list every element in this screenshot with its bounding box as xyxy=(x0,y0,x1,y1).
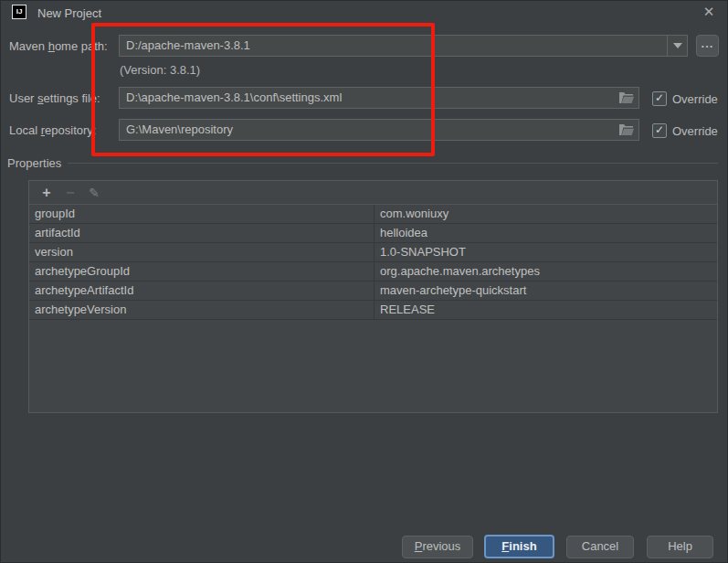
table-row[interactable]: version 1.0-SNAPSHOT xyxy=(29,243,717,262)
remove-property-icon[interactable]: − xyxy=(58,185,82,201)
property-key: groupId xyxy=(29,205,374,223)
user-settings-file-input[interactable]: D:\apache-maven-3.8.1\conf\settings.xml xyxy=(119,87,639,109)
property-value: RELEASE xyxy=(374,301,717,319)
label-text: Local xyxy=(9,123,41,137)
properties-table: + − ✎ groupId com.woniuxy artifactId hel… xyxy=(28,180,718,413)
property-value: 1.0-SNAPSHOT xyxy=(374,243,717,261)
property-key: artifactId xyxy=(29,224,374,242)
combo-dropdown-button[interactable] xyxy=(667,36,687,56)
property-value: org.apache.maven.archetypes xyxy=(374,262,717,281)
cancel-button[interactable]: Cancel xyxy=(566,536,634,558)
properties-toolbar: + − ✎ xyxy=(29,181,717,205)
property-value: helloidea xyxy=(374,224,717,242)
label-text: User xyxy=(9,91,37,105)
new-project-dialog: IJ New Project ✕ Maven home path: D:/apa… xyxy=(0,0,728,563)
override-settings-label: Override xyxy=(672,92,718,106)
property-key: version xyxy=(29,243,374,261)
table-row[interactable]: artifactId helloidea xyxy=(29,224,717,243)
label-text: epository: xyxy=(45,123,96,137)
maven-version-note: (Version: 3.8.1) xyxy=(120,63,200,77)
properties-section-label: Properties xyxy=(7,156,61,170)
add-property-icon[interactable]: + xyxy=(35,185,58,201)
edit-property-icon[interactable]: ✎ xyxy=(82,186,106,200)
property-value: com.woniuxy xyxy=(374,205,717,223)
override-settings-checkbox[interactable]: ✓ xyxy=(652,91,667,106)
override-repository-checkbox[interactable]: ✓ xyxy=(652,123,667,138)
label-text: Maven xyxy=(9,39,48,53)
previous-button[interactable]: Previous xyxy=(402,536,473,558)
local-repository-label: Local repository: xyxy=(9,123,96,137)
button-text: inish xyxy=(509,539,536,553)
label-text: ettings file: xyxy=(44,91,100,105)
local-repository-input[interactable]: G:\Maven\repository xyxy=(119,119,639,141)
browse-maven-home-button[interactable]: ... xyxy=(696,35,719,57)
table-row[interactable]: archetypeVersion RELEASE xyxy=(29,301,717,320)
maven-home-path-value: D:/apache-maven-3.8.1 xyxy=(126,38,250,52)
table-row[interactable]: archetypeGroupId org.apache.maven.archet… xyxy=(29,262,717,282)
local-repository-value: G:\Maven\repository xyxy=(126,122,233,136)
close-icon[interactable]: ✕ xyxy=(701,4,717,20)
table-row[interactable]: archetypeArtifactId maven-archetype-quic… xyxy=(29,282,717,301)
maven-home-path-combobox[interactable]: D:/apache-maven-3.8.1 xyxy=(119,35,688,57)
dialog-title: New Project xyxy=(37,6,101,20)
label-text: ome path: xyxy=(55,39,108,53)
override-repository-label: Override xyxy=(672,124,718,138)
property-value: maven-archetype-quickstart xyxy=(374,282,717,300)
property-key: archetypeGroupId xyxy=(29,262,374,281)
user-settings-file-label: User settings file: xyxy=(9,91,100,105)
property-key: archetypeArtifactId xyxy=(29,282,374,300)
label-mnemonic: h xyxy=(48,39,55,53)
finish-button[interactable]: Finish xyxy=(484,535,554,558)
property-key: archetypeVersion xyxy=(29,301,374,319)
user-settings-file-value: D:\apache-maven-3.8.1\conf\settings.xml xyxy=(126,90,342,104)
button-text: revious xyxy=(422,539,460,553)
table-row[interactable]: groupId com.woniuxy xyxy=(29,205,717,224)
folder-open-icon[interactable] xyxy=(618,91,634,104)
maven-home-path-label: Maven home path: xyxy=(9,39,108,53)
folder-open-icon[interactable] xyxy=(618,123,634,136)
chevron-down-icon xyxy=(673,43,682,48)
intellij-app-icon: IJ xyxy=(12,5,26,19)
help-button[interactable]: Help xyxy=(647,536,713,558)
section-divider xyxy=(68,163,718,164)
